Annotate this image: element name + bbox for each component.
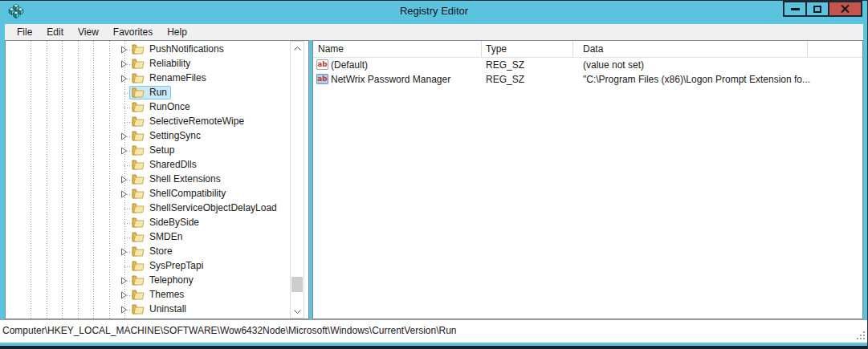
expand-arrow-icon[interactable] (120, 277, 128, 285)
tree-item-hit-area[interactable]: Setup (129, 144, 178, 157)
tree-item-hit-area[interactable]: SysPrepTapi (129, 259, 207, 273)
tree-item-pushnotifications[interactable]: PushNotifications (6, 43, 308, 57)
expand-arrow-icon[interactable] (120, 291, 128, 299)
tree-vertical-scrollbar[interactable] (290, 41, 304, 319)
expand-arrow-icon[interactable] (120, 248, 128, 256)
tree-item-shareddlls[interactable]: SharedDlls (6, 158, 308, 172)
tree-item-hit-area[interactable]: SharedDlls (129, 158, 201, 172)
close-button[interactable] (828, 1, 862, 17)
tree-item-renamefiles[interactable]: RenameFiles (6, 71, 308, 86)
tree-item-hit-area[interactable]: Reliability (129, 57, 194, 71)
tree-item-sidebyside[interactable]: SideBySide (6, 216, 308, 230)
expand-arrow-icon[interactable] (120, 190, 128, 198)
chevron-down-icon (294, 310, 301, 314)
tree-item-shellcompatibility[interactable]: ShellCompatibility (6, 187, 308, 201)
tree-item-reliability[interactable]: Reliability (6, 57, 308, 71)
expand-arrow-icon[interactable] (120, 306, 128, 314)
tree-item-label: Setup (149, 144, 174, 156)
tree-item-hit-area[interactable]: Telephony (129, 274, 198, 287)
value-data: "C:\Program Files (x86)\Logon Prompt Ext… (583, 72, 810, 87)
folder-icon (132, 174, 145, 185)
tree-item-themes[interactable]: Themes (6, 288, 308, 302)
registry-value-row[interactable]: ab(Default)REG_SZ(value not set) (313, 58, 862, 72)
folder-icon (132, 189, 145, 199)
tree-item-label: SideBySide (149, 217, 199, 229)
tree-item-setup[interactable]: Setup (6, 144, 308, 158)
selected-key-path: Computer\HKEY_LOCAL_MACHINE\SOFTWARE\Wow… (2, 325, 457, 336)
tree-item-selectiveremotewipe[interactable]: SelectiveRemoteWipe (6, 115, 308, 129)
column-separator[interactable] (807, 41, 808, 57)
folder-icon (132, 217, 145, 228)
tree-item-telephony[interactable]: Telephony (6, 274, 308, 288)
scroll-down-button[interactable] (291, 305, 304, 318)
scroll-up-button[interactable] (291, 42, 304, 55)
tree-item-hit-area[interactable]: SMDEn (129, 230, 186, 244)
value-name: (Default) (331, 58, 368, 72)
tree-item-run[interactable]: Run (6, 86, 308, 100)
window-title: Registry Editor (0, 5, 868, 17)
registry-value-row[interactable]: abNetWrix Password ManagerREG_SZ"C:\Prog… (313, 72, 862, 87)
menu-item-help[interactable]: Help (160, 24, 194, 40)
tree-item-hit-area[interactable]: Shell Extensions (129, 172, 225, 186)
tree-item-hit-area[interactable]: Store (129, 245, 177, 258)
title-bar[interactable]: Registry Editor (0, 0, 868, 24)
expand-arrow-icon[interactable] (120, 75, 128, 83)
tree-item-hit-area[interactable]: SelectiveRemoteWipe (129, 115, 248, 128)
tree-item-hit-area[interactable]: Uninstall (129, 302, 190, 316)
expand-arrow-icon[interactable] (120, 176, 128, 184)
tree-item-settingsync[interactable]: SettingSync (6, 129, 308, 144)
column-header-type[interactable]: Type (486, 41, 507, 57)
resize-grip[interactable] (863, 338, 865, 339)
folder-icon (132, 145, 145, 156)
tree-item-label: Telephony (149, 274, 194, 286)
tree-item-hit-area[interactable]: SideBySide (129, 216, 203, 229)
tree-item-hit-area[interactable]: PushNotifications (129, 43, 228, 56)
value-type: REG_SZ (486, 72, 524, 87)
tree-item-store[interactable]: Store (6, 245, 308, 259)
expand-arrow-icon[interactable] (120, 132, 128, 140)
tree-item-shellserviceobjectdelayload[interactable]: ShellServiceObjectDelayLoad (6, 201, 308, 216)
scrollbar-thumb[interactable] (291, 277, 303, 292)
string-value-icon: ab (316, 59, 328, 70)
menu-item-file[interactable]: File (10, 24, 39, 40)
folder-icon (132, 102, 145, 112)
tree-item-smden[interactable]: SMDEn (6, 230, 308, 245)
registry-tree-pane: PushNotificationsReliabilityRenameFilesR… (5, 40, 309, 319)
column-header-data[interactable]: Data (583, 41, 603, 57)
tree-item-runonce[interactable]: RunOnce (6, 100, 308, 115)
menu-item-edit[interactable]: Edit (39, 24, 71, 40)
status-bar: Computer\HKEY_LOCAL_MACHINE\SOFTWARE\Wow… (0, 319, 868, 343)
maximize-button[interactable] (805, 1, 829, 17)
regedit-window: Registry Editor FileEditViewFavoritesHel… (0, 0, 868, 349)
expand-arrow-icon[interactable] (120, 147, 128, 155)
tree-item-label: PushNotifications (149, 43, 224, 55)
tree-item-hit-area[interactable]: RenameFiles (129, 71, 210, 85)
tree-item-label: RunOnce (149, 101, 190, 113)
desktop-edge-strip (0, 346, 868, 349)
minimize-button[interactable] (783, 1, 807, 17)
tree-item-shell-extensions[interactable]: Shell Extensions (6, 172, 308, 187)
column-separator[interactable] (481, 41, 482, 57)
folder-icon (132, 44, 145, 55)
tree-item-hit-area[interactable]: SettingSync (129, 129, 205, 143)
expand-arrow-icon[interactable] (120, 46, 128, 54)
tree-item-hit-area[interactable]: ShellServiceObjectDelayLoad (129, 201, 281, 215)
menu-item-view[interactable]: View (71, 24, 106, 40)
folder-icon (132, 232, 145, 242)
column-separator[interactable] (573, 41, 573, 57)
menu-item-favorites[interactable]: Favorites (106, 24, 160, 40)
tree-item-hit-area[interactable]: Themes (129, 288, 188, 302)
tree-item-hit-area[interactable]: Run (129, 86, 171, 99)
tree-item-uninstall[interactable]: Uninstall (6, 302, 308, 317)
value-name: NetWrix Password Manager (331, 72, 450, 87)
tree-item-label: SysPrepTapi (149, 260, 203, 272)
column-header-name[interactable]: Name (318, 41, 344, 57)
tree-item-label: ShellCompatibility (149, 188, 226, 200)
folder-icon (132, 73, 145, 83)
tree-item-syspreptapi[interactable]: SysPrepTapi (6, 259, 308, 274)
expand-arrow-icon[interactable] (120, 60, 128, 68)
tree-item-hit-area[interactable]: RunOnce (129, 100, 194, 114)
folder-icon (132, 203, 145, 213)
tree-item-hit-area[interactable]: ShellCompatibility (129, 187, 230, 201)
tree-item-label: RenameFiles (149, 72, 206, 84)
